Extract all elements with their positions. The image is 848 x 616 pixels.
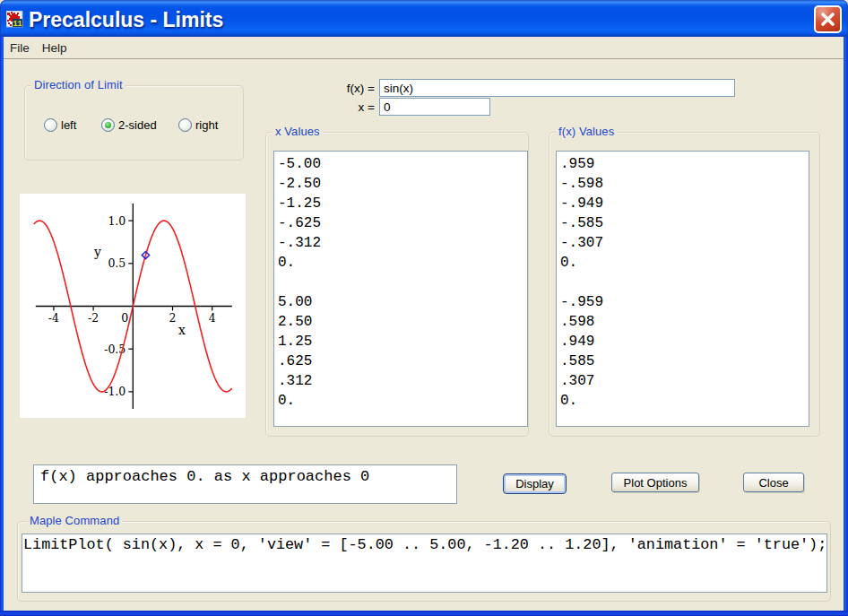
y-axis-label: y — [93, 245, 101, 259]
close-dialog-button[interactable]: Close — [743, 473, 804, 492]
radio-2-sided-circle-icon — [101, 118, 115, 132]
limit-plot: -4-2241.00.5-0.5-1.00yx — [20, 194, 246, 418]
menubar: File Help — [4, 37, 844, 59]
menu-help[interactable]: Help — [36, 39, 74, 56]
maple-app-icon: 11 — [6, 11, 23, 28]
menu-file[interactable]: File — [4, 39, 36, 56]
window-border-bottom — [0, 611, 848, 616]
radio-right-label: right — [195, 118, 218, 132]
svg-text:-4: -4 — [48, 311, 59, 325]
x-values-list[interactable]: -5.00 -2.50 -1.25 -.625 -.312 0. 5.00 2.… — [273, 151, 528, 427]
fx-values-title: f(x) Values — [556, 125, 617, 138]
svg-text:0: 0 — [121, 311, 128, 325]
application-window: 11 Precalculus - Limits File Help Direct… — [0, 0, 848, 616]
fx-label: f(x) = — [316, 82, 375, 96]
radio-2-sided[interactable]: 2-sided — [101, 118, 157, 132]
svg-text:1.0: 1.0 — [108, 214, 125, 228]
radio-right-circle-icon — [178, 118, 192, 132]
svg-text:2: 2 — [169, 311, 177, 325]
radio-right[interactable]: right — [178, 118, 218, 132]
svg-text:-2: -2 — [88, 311, 99, 325]
window-title: Precalculus - Limits — [29, 8, 674, 33]
direction-group-title: Direction of Limit — [31, 78, 125, 91]
radio-left[interactable]: left — [44, 118, 76, 132]
svg-text:4: 4 — [209, 311, 216, 325]
fx-input[interactable]: sin(x) — [379, 79, 735, 97]
radio-left-circle-icon — [44, 118, 57, 132]
svg-text:0.5: 0.5 — [108, 256, 125, 270]
radio-left-label: left — [61, 118, 76, 132]
plot-options-button[interactable]: Plot Options — [611, 473, 699, 492]
x-input[interactable]: 0 — [379, 98, 490, 116]
display-button[interactable]: Display — [503, 473, 567, 494]
radio-2-sided-label: 2-sided — [118, 118, 157, 132]
maple-command-text[interactable]: LimitPlot( sin(x), x = 0, 'view' = [-5.0… — [22, 534, 827, 593]
x-label: x = — [316, 100, 375, 115]
close-icon — [819, 11, 836, 28]
fx-values-list[interactable]: .959 -.598 -.949 -.585 -.307 0. -.959 .5… — [556, 151, 809, 427]
svg-text:-1.0: -1.0 — [104, 385, 125, 398]
svg-text:11: 11 — [13, 20, 22, 29]
close-button[interactable] — [814, 5, 842, 33]
limit-result-field[interactable]: f(x) approaches 0. as x approaches 0 — [33, 464, 457, 504]
direction-radio-row: left 2-sided right — [25, 118, 243, 138]
x-axis-label: x — [178, 323, 186, 337]
x-values-title: x Values — [273, 125, 323, 138]
window-border-right — [844, 37, 848, 611]
direction-of-limit-group: Direction of Limit left 2-sided right — [24, 85, 244, 161]
maple-command-title: Maple Command — [27, 514, 122, 527]
titlebar[interactable]: 11 Precalculus - Limits — [0, 0, 848, 37]
sin-plot-svg: -4-2241.00.5-0.5-1.00yx — [20, 194, 246, 418]
